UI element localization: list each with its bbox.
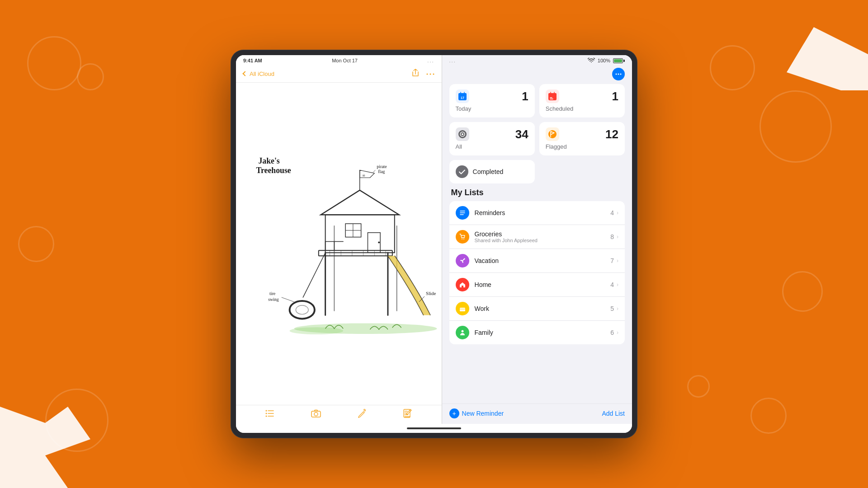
work-count-chevron: 5 › <box>610 305 618 312</box>
new-reminder-button[interactable]: + New Reminder <box>449 408 504 418</box>
right-bottom-bar: + New Reminder Add List <box>442 404 632 424</box>
grass-2 <box>290 327 344 334</box>
groceries-list-icon <box>456 230 469 244</box>
add-list-button[interactable]: Add List <box>602 410 625 417</box>
left-status-dots: ... <box>427 58 434 63</box>
scheduled-header: 1 <box>546 89 618 103</box>
camera-icon[interactable] <box>311 409 321 420</box>
right-dots: ... <box>449 58 456 63</box>
status-right-icons: 100% <box>588 58 625 63</box>
new-reminder-label: New Reminder <box>462 410 504 417</box>
more-dots-icon[interactable] <box>426 69 434 79</box>
home-name: Home <box>475 281 611 288</box>
deco-circle-8 <box>687 375 710 398</box>
reminders-info: Reminders <box>475 209 611 216</box>
back-button[interactable]: All iCloud <box>243 70 274 77</box>
svg-point-22 <box>378 242 380 244</box>
right-toolbar <box>442 66 632 84</box>
all-header: 34 <box>456 127 528 141</box>
svg-rect-73 <box>460 308 465 311</box>
svg-text:Jake's: Jake's <box>258 156 279 165</box>
svg-rect-16 <box>326 215 395 253</box>
scheduled-card[interactable]: 1 Scheduled <box>539 84 625 117</box>
scheduled-label: Scheduled <box>546 105 618 112</box>
battery-body <box>613 58 623 63</box>
reminders-name: Reminders <box>475 209 611 216</box>
pen-icon[interactable] <box>358 409 366 420</box>
flagged-reminders-icon <box>547 129 557 139</box>
svg-point-67 <box>548 130 557 138</box>
list-icon[interactable] <box>265 409 274 420</box>
groceries-count: 8 <box>610 233 614 240</box>
deco-circle-4 <box>45 389 108 452</box>
groceries-subtitle: Shared with John Appleseed <box>475 238 611 243</box>
vacation-name: Vacation <box>475 257 611 264</box>
drawing-area: Jake's Treehouse <box>236 83 442 405</box>
flagged-header: 12 <box>546 127 618 141</box>
battery-pct: 100% <box>598 58 610 63</box>
work-info: Work <box>475 305 611 312</box>
battery-fill <box>614 59 622 62</box>
svg-point-39 <box>265 410 267 412</box>
completed-row: Completed <box>442 160 632 188</box>
list-item-groceries[interactable]: Groceries Shared with John Appleseed 8 › <box>449 225 625 249</box>
svg-rect-59 <box>548 94 557 96</box>
calendar-today-icon: 17 <box>458 91 467 101</box>
deco-circle-3 <box>18 226 54 262</box>
vacation-info: Vacation <box>475 257 611 264</box>
person-icon <box>459 329 466 336</box>
svg-line-28 <box>303 253 325 297</box>
today-card[interactable]: 17 1 Today <box>449 84 535 117</box>
svg-text:☠: ☠ <box>362 174 365 178</box>
right-more-button[interactable] <box>612 68 625 80</box>
svg-point-48 <box>616 74 617 75</box>
list-item-vacation[interactable]: Vacation 7 › <box>449 249 625 273</box>
home-chevron-icon: › <box>617 282 618 288</box>
left-toolbar-actions <box>412 69 434 79</box>
svg-text:swing: swing <box>268 297 279 302</box>
list-item-work[interactable]: Work 5 › <box>449 297 625 321</box>
right-pane: ... 100% <box>442 55 632 424</box>
battery-icon <box>613 58 625 63</box>
deco-circle-1 <box>27 36 81 90</box>
share-icon[interactable] <box>412 69 419 79</box>
battery-tip <box>623 60 625 62</box>
left-toolbar: All iCloud <box>236 66 442 83</box>
compose-icon[interactable] <box>403 409 412 420</box>
left-status-bar: 9:41 AM Mon Oct 17 ... <box>236 55 442 66</box>
all-icon <box>456 127 469 141</box>
flagged-icon <box>546 127 559 141</box>
work-list-icon <box>456 302 469 315</box>
work-chevron-icon: › <box>617 305 618 312</box>
work-count: 5 <box>610 305 614 312</box>
list-item-family[interactable]: Family 6 › <box>449 321 625 344</box>
home-count-chevron: 4 › <box>610 281 618 288</box>
svg-point-0 <box>426 74 428 75</box>
back-chevron-icon <box>242 71 247 76</box>
left-date: Mon Oct 17 <box>332 58 358 63</box>
all-count: 34 <box>515 127 528 141</box>
all-card[interactable]: 34 All <box>449 122 535 155</box>
svg-text:Slide: Slide <box>426 291 436 296</box>
svg-point-1 <box>429 74 431 75</box>
lists-container: Reminders 4 › <box>449 201 625 344</box>
deco-circle-2 <box>77 63 104 90</box>
my-lists-section: My Lists R <box>442 188 632 404</box>
completed-card[interactable]: Completed <box>449 160 535 183</box>
list-item-home[interactable]: Home 4 › <box>449 273 625 297</box>
list-lines-icon <box>459 210 466 216</box>
home-list-icon <box>456 278 469 291</box>
flagged-card[interactable]: 12 Flagged <box>539 122 625 155</box>
home-indicator <box>236 424 632 433</box>
svg-point-30 <box>296 305 308 314</box>
svg-text:flag: flag <box>378 169 385 174</box>
svg-point-66 <box>462 133 463 135</box>
list-item-reminders[interactable]: Reminders 4 › <box>449 201 625 225</box>
svg-point-50 <box>620 74 622 75</box>
svg-text:tire: tire <box>269 291 276 296</box>
svg-text:pirate: pirate <box>377 164 387 169</box>
family-info: Family <box>475 329 611 336</box>
sketch-svg: Jake's Treehouse <box>236 83 442 405</box>
more-dots-icon <box>615 73 622 75</box>
family-count: 6 <box>610 329 614 336</box>
